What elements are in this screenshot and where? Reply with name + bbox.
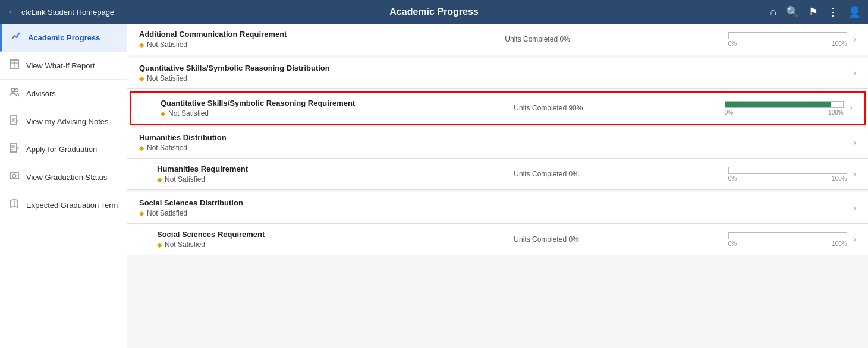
- row-progress-quant-req: Units Completed 90% 0% 100%: [490, 101, 843, 116]
- progress-chart-quant-req: 0% 100%: [725, 101, 844, 116]
- book-icon: [8, 198, 20, 211]
- row-title-quant-dist: Quantitative Skills/Symbolic Reasoning D…: [139, 64, 493, 72]
- progress-bar-social-req: [728, 232, 847, 239]
- main-layout: Academic Progress View What-if Report Ad…: [0, 24, 868, 348]
- home-icon[interactable]: ⌂: [770, 6, 776, 18]
- row-content-quant-req: Quantitative Skills/Symbolic Reasoning R…: [161, 99, 490, 118]
- progress-axis-additional-comm: 0% 100%: [728, 40, 847, 47]
- progress-label-social-req: Units Completed 0%: [514, 235, 597, 243]
- app-name[interactable]: ctcLink Student Homepage: [21, 8, 114, 17]
- progress-chart-additional-comm: 0% 100%: [728, 32, 847, 47]
- diamond-icon-5: ◆: [139, 210, 144, 217]
- progress-chart-humanities-req: 0% 100%: [728, 167, 847, 182]
- chevron-right-0: ›: [853, 34, 856, 45]
- axis-end-6: 100%: [832, 241, 847, 247]
- progress-axis-social-req: 0% 100%: [728, 241, 847, 247]
- row-subtitle-humanities-req: ◆ Not Satisfied: [157, 175, 490, 184]
- axis-start-0: 0%: [728, 40, 737, 47]
- diamond-icon-3: ◆: [139, 144, 144, 152]
- sidebar-item-advisors[interactable]: Advisors: [0, 80, 127, 107]
- svg-point-4: [15, 89, 18, 92]
- sidebar-label-view-whatif: View What-if Report: [26, 61, 95, 70]
- status-social-req: Not Satisfied: [165, 241, 205, 249]
- sidebar-item-apply-graduation[interactable]: Apply for Graduation: [0, 135, 127, 163]
- row-content-additional-comm: Additional Communication Requirement ◆ N…: [139, 30, 481, 49]
- progress-label-quant-req: Units Completed 90%: [514, 104, 597, 112]
- sidebar-item-expected-term[interactable]: Expected Graduation Term: [0, 191, 127, 219]
- sidebar-label-advisors: Advisors: [26, 89, 56, 98]
- row-group-quant-dist: Quantitative Skills/Symbolic Reasoning D…: [127, 58, 868, 125]
- sidebar-item-academic-progress[interactable]: Academic Progress: [0, 24, 127, 52]
- row-item-quant-req[interactable]: Quantitative Skills/Symbolic Reasoning R…: [130, 91, 866, 125]
- main-content: Additional Communication Requirement ◆ N…: [127, 24, 868, 348]
- diamond-icon-2: ◆: [161, 110, 165, 118]
- progress-label-humanities-req: Units Completed 0%: [514, 170, 597, 178]
- row-subtitle-additional-comm: ◆ Not Satisfied: [139, 40, 481, 49]
- sidebar: Academic Progress View What-if Report Ad…: [0, 24, 127, 348]
- row-title-quant-req: Quantitative Skills/Symbolic Reasoning R…: [161, 99, 490, 107]
- row-item-humanities-req[interactable]: Humanities Requirement ◆ Not Satisfied U…: [127, 159, 868, 190]
- row-group-social-dist: Social Sciences Distribution ◆ Not Satis…: [127, 192, 868, 255]
- diploma-icon: [8, 170, 20, 184]
- progress-bar-quant-req: [725, 101, 844, 108]
- more-icon[interactable]: ⋮: [828, 5, 838, 18]
- form-icon: [8, 143, 20, 156]
- axis-start-4: 0%: [728, 175, 737, 182]
- row-progress-humanities-req: Units Completed 0% 0% 100%: [490, 167, 847, 182]
- edit-icon: [8, 115, 20, 128]
- chevron-right-3: ›: [853, 137, 856, 148]
- chevron-right-4: ›: [853, 169, 856, 179]
- sidebar-label-graduation-status: View Graduation Status: [26, 173, 107, 182]
- row-item-additional-comm[interactable]: Additional Communication Requirement ◆ N…: [127, 24, 868, 55]
- row-item-social-dist[interactable]: Social Sciences Distribution ◆ Not Satis…: [127, 192, 868, 224]
- sidebar-label-expected-term: Expected Graduation Term: [26, 201, 118, 210]
- row-item-social-req[interactable]: Social Sciences Requirement ◆ Not Satisf…: [127, 224, 868, 255]
- row-group-humanities-dist: Humanities Distribution ◆ Not Satisfied …: [127, 127, 868, 190]
- row-subtitle-quant-req: ◆ Not Satisfied: [161, 109, 490, 118]
- table-icon: [8, 59, 20, 72]
- chevron-right-6: ›: [853, 234, 856, 245]
- sidebar-item-view-whatif[interactable]: View What-if Report: [0, 52, 127, 80]
- chevron-right-2: ›: [850, 103, 853, 113]
- row-title-social-req: Social Sciences Requirement: [157, 230, 490, 239]
- row-progress-social-req: Units Completed 0% 0% 100%: [490, 232, 847, 247]
- row-content-humanities-dist: Humanities Distribution ◆ Not Satisfied: [139, 133, 493, 152]
- chevron-right-1: ›: [853, 68, 856, 78]
- diamond-icon-1: ◆: [139, 75, 144, 83]
- diamond-icon-6: ◆: [157, 241, 162, 249]
- page-title: Academic Progress: [389, 7, 478, 17]
- row-content-quant-dist: Quantitative Skills/Symbolic Reasoning D…: [139, 64, 493, 83]
- progress-bar-humanities-req: [728, 167, 847, 174]
- axis-end-2: 100%: [828, 109, 844, 116]
- status-additional-comm: Not Satisfied: [147, 40, 187, 49]
- progress-axis-quant-req: 0% 100%: [725, 109, 844, 116]
- svg-point-14: [12, 174, 16, 178]
- sidebar-item-graduation-status[interactable]: View Graduation Status: [0, 163, 127, 191]
- progress-axis-humanities-req: 0% 100%: [728, 175, 847, 182]
- row-title-social-dist: Social Sciences Distribution: [139, 198, 493, 207]
- sidebar-item-advising-notes[interactable]: View my Advising Notes: [0, 107, 127, 135]
- row-subtitle-social-req: ◆ Not Satisfied: [157, 241, 490, 249]
- row-subtitle-social-dist: ◆ Not Satisfied: [139, 209, 493, 217]
- status-humanities-dist: Not Satisfied: [147, 144, 187, 152]
- row-title-additional-comm: Additional Communication Requirement: [139, 30, 481, 39]
- flag-icon[interactable]: ⚑: [809, 5, 818, 18]
- row-item-quant-dist[interactable]: Quantitative Skills/Symbolic Reasoning D…: [127, 58, 868, 89]
- row-item-humanities-dist[interactable]: Humanities Distribution ◆ Not Satisfied …: [127, 127, 868, 159]
- search-icon[interactable]: 🔍: [786, 5, 799, 18]
- row-subtitle-humanities-dist: ◆ Not Satisfied: [139, 144, 493, 152]
- user-icon[interactable]: 👤: [848, 5, 861, 18]
- people-icon: [8, 87, 20, 100]
- row-title-humanities-dist: Humanities Distribution: [139, 133, 493, 142]
- axis-end-0: 100%: [832, 40, 847, 47]
- axis-end-4: 100%: [832, 175, 847, 182]
- header-icons: ⌂ 🔍 ⚑ ⋮ 👤: [770, 5, 861, 18]
- row-content-social-dist: Social Sciences Distribution ◆ Not Satis…: [139, 198, 493, 217]
- progress-bar-additional-comm: [728, 32, 847, 39]
- sidebar-label-apply-graduation: Apply for Graduation: [26, 145, 97, 154]
- diamond-icon-4: ◆: [157, 176, 162, 184]
- back-icon[interactable]: ←: [7, 7, 17, 17]
- progress-label-additional-comm: Units Completed 0%: [505, 35, 588, 43]
- status-quant-dist: Not Satisfied: [147, 74, 187, 83]
- status-humanities-req: Not Satisfied: [165, 175, 205, 184]
